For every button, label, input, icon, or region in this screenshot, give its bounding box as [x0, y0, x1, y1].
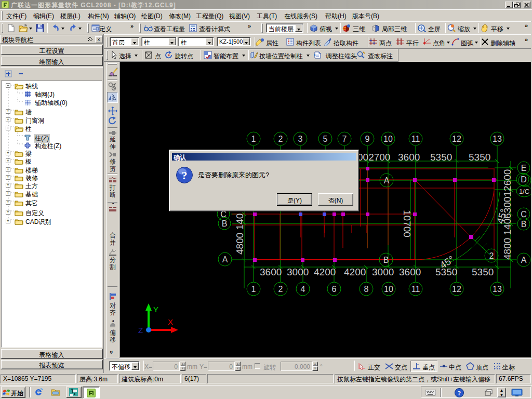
svg-text:D: D	[521, 175, 527, 184]
svg-text:10: 10	[384, 285, 393, 294]
svg-text:A: A	[521, 256, 527, 264]
svg-text:11: 11	[411, 285, 420, 294]
svg-text:002700: 002700	[357, 152, 390, 163]
svg-text:4200: 4200	[344, 267, 366, 277]
svg-text:13: 13	[493, 135, 502, 143]
svg-text:3600: 3600	[260, 267, 282, 277]
svg-text:9: 9	[365, 135, 370, 143]
svg-text:12: 12	[452, 285, 461, 294]
svg-text:6: 6	[332, 285, 337, 294]
svg-text:3: 3	[298, 135, 303, 143]
svg-text:4800 140: 4800 140	[234, 214, 245, 255]
svg-text:C: C	[521, 210, 527, 219]
svg-text:E: E	[521, 164, 527, 172]
svg-text:B: B	[383, 256, 389, 264]
svg-text:4200: 4200	[314, 267, 336, 277]
svg-text:2: 2	[278, 285, 283, 294]
svg-text:7: 7	[342, 135, 347, 143]
svg-text:5350: 5350	[469, 152, 490, 163]
svg-text:5350: 5350	[472, 267, 494, 277]
svg-text:1: 1	[251, 135, 256, 143]
svg-text:3000: 3000	[372, 267, 394, 277]
svg-text:12: 12	[452, 135, 461, 143]
svg-text:2: 2	[278, 135, 283, 143]
svg-text:8: 8	[364, 285, 369, 294]
svg-text:Z: Z	[138, 326, 143, 335]
svg-text:10: 10	[383, 135, 393, 143]
svg-text:1: 1	[251, 285, 256, 294]
svg-text:11: 11	[411, 135, 420, 143]
svg-text:2: 2	[489, 251, 494, 260]
svg-text:5350: 5350	[430, 152, 452, 163]
svg-text:?: ?	[458, 389, 461, 397]
svg-text:4: 4	[301, 285, 305, 294]
svg-text:B: B	[222, 219, 228, 228]
svg-text:1/C: 1/C	[519, 188, 529, 195]
svg-text:B: B	[521, 220, 527, 229]
svg-text:10700: 10700	[402, 210, 413, 237]
svg-text:5: 5	[323, 135, 328, 143]
svg-text:Y: Y	[153, 305, 158, 314]
svg-text:3600: 3600	[398, 152, 420, 163]
svg-text:13: 13	[493, 285, 502, 294]
svg-text:3600: 3600	[399, 267, 421, 277]
svg-text:3000: 3000	[287, 267, 309, 277]
svg-text:X: X	[168, 317, 173, 326]
svg-text:A: A	[222, 255, 228, 264]
svg-text:?: ?	[182, 169, 188, 182]
svg-text:A: A	[384, 176, 390, 185]
